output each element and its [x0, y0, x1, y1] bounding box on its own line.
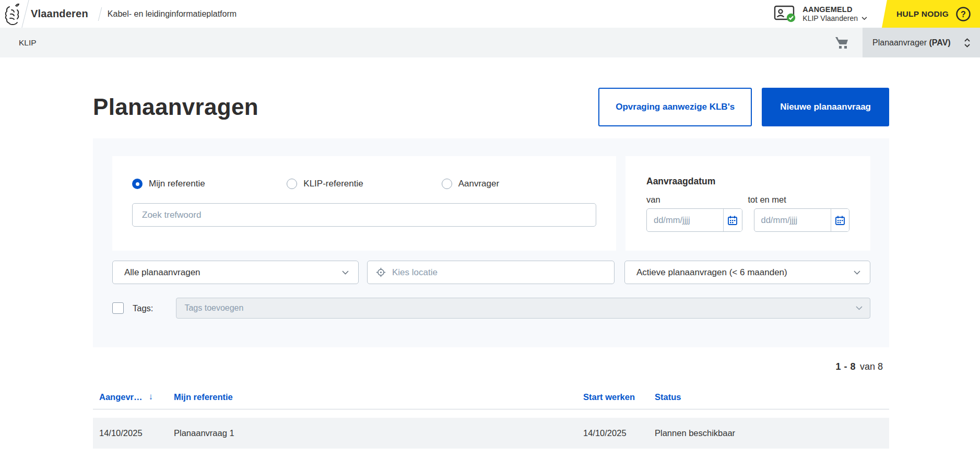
filter-dropdown-row: Alle planaanvragen Actieve planaanvragen…	[112, 261, 870, 284]
role-bold: (PAV)	[929, 38, 951, 47]
page-head: Planaanvragen Opvraging aanwezige KLB's …	[93, 88, 889, 126]
planaanvragen-table: Aangevr… ↓ Mijn referentie Start werken …	[93, 392, 889, 449]
filter-top-row: Mijn referentie KLIP-referentie Aanvrage…	[112, 156, 870, 251]
date-from-label: van	[646, 195, 748, 205]
search-type-radios: Mijn referentie KLIP-referentie Aanvrage…	[132, 179, 596, 189]
pagination-total: van 8	[860, 361, 883, 372]
search-input[interactable]	[132, 203, 596, 227]
date-filter-card: Aanvraagdatum van tot en met	[625, 156, 870, 251]
tags-filter-row: Tags:	[112, 298, 870, 319]
location-input[interactable]	[392, 267, 607, 278]
app-name: Kabel- en leidinginformatieplatform	[108, 9, 237, 19]
page-title: Planaanvragen	[93, 94, 258, 120]
table-row[interactable]: 14/10/2025 Planaanvraag 1 14/10/2025 Pla…	[93, 418, 889, 449]
cell-status: Plannen beschikbaar	[655, 428, 889, 438]
date-to-box	[754, 208, 850, 232]
role-selector[interactable]: Planaanvrager (PAV)	[863, 28, 980, 57]
sort-descending-icon: ↓	[149, 392, 154, 402]
chevron-down-icon	[856, 306, 863, 310]
radio-label: Mijn referentie	[149, 179, 205, 189]
pagination-range: 1 - 8	[835, 361, 856, 372]
chevron-down-icon	[861, 17, 867, 20]
help-button[interactable]: HULP NODIG ?	[882, 0, 980, 28]
column-label: Status	[655, 392, 681, 402]
role-prefix: Planaanvrager	[872, 38, 929, 47]
type-dropdown-value: Alle planaanvragen	[124, 267, 200, 278]
cell-aangevraagd: 14/10/2025	[99, 428, 174, 438]
vlaanderen-lion-icon	[3, 3, 21, 27]
radio-label: KLIP-referentie	[303, 179, 363, 189]
column-header-status[interactable]: Status	[655, 392, 889, 402]
cell-mijn-referentie: Planaanvraag 1	[174, 428, 583, 438]
auth-text: AANGEMELD KLIP Vlaanderen	[802, 5, 867, 24]
date-heading: Aanvraagdatum	[646, 176, 849, 187]
column-label: Aangevr…	[99, 392, 143, 402]
cart-button[interactable]	[834, 28, 863, 57]
brand-name: Vlaanderen	[31, 8, 88, 20]
active-dropdown[interactable]: Actieve planaanvragen (< 6 maanden)	[624, 261, 870, 284]
brand-separator-2	[98, 7, 102, 21]
header-right: AANGEMELD KLIP Vlaanderen HULP NODIG ?	[774, 0, 980, 28]
column-header-mijn-referentie[interactable]: Mijn referentie	[174, 392, 583, 402]
radio-selected-dot	[132, 179, 143, 189]
date-from-calendar-button[interactable]	[723, 209, 741, 231]
column-label: Start werken	[583, 392, 635, 402]
chevron-down-icon	[854, 271, 860, 275]
top-header: Vlaanderen Kabel- en leidinginformatiepl…	[0, 0, 980, 28]
nieuwe-planaanvraag-button[interactable]: Nieuwe planaanvraag	[762, 88, 889, 126]
radio-dot	[287, 179, 297, 189]
auth-org-label: KLIP Vlaanderen	[802, 14, 858, 24]
location-target-icon	[376, 267, 386, 277]
cell-start-werken: 14/10/2025	[583, 428, 655, 438]
date-to-label: tot en met	[748, 195, 850, 205]
pagination: 1 - 8van 8	[93, 361, 889, 372]
active-dropdown-value: Actieve planaanvragen (< 6 maanden)	[636, 267, 787, 278]
table-header-divider	[93, 409, 889, 409]
date-to-input[interactable]	[754, 209, 831, 231]
location-filter	[367, 261, 615, 284]
subbar-right: Planaanvrager (PAV)	[834, 28, 980, 57]
opvraging-klbs-button[interactable]: Opvraging aanwezige KLB's	[598, 88, 752, 126]
id-card-icon	[774, 5, 797, 24]
radio-dot	[442, 179, 452, 189]
filter-panel: Mijn referentie KLIP-referentie Aanvrage…	[93, 138, 889, 347]
auth-menu[interactable]: AANGEMELD KLIP Vlaanderen	[774, 0, 867, 28]
sub-navbar: KLIP Planaanvrager (PAV)	[0, 28, 980, 57]
date-from-box	[646, 208, 742, 232]
calendar-icon	[727, 215, 738, 226]
search-card: Mijn referentie KLIP-referentie Aanvrage…	[112, 156, 616, 251]
brand-area: Vlaanderen Kabel- en leidinginformatiepl…	[0, 0, 237, 28]
radio-aanvrager[interactable]: Aanvrager	[442, 179, 596, 189]
brand-separator	[21, 0, 29, 28]
table-header-row: Aangevr… ↓ Mijn referentie Start werken …	[93, 392, 889, 409]
radio-klip-referentie[interactable]: KLIP-referentie	[287, 179, 441, 189]
main-content: Planaanvragen Opvraging aanwezige KLB's …	[93, 88, 889, 449]
auth-status: AANGEMELD	[802, 5, 867, 14]
date-labels: van tot en met	[646, 195, 849, 205]
date-to-calendar-button[interactable]	[831, 209, 849, 231]
auth-org: KLIP Vlaanderen	[802, 14, 867, 24]
question-circle-icon: ?	[955, 6, 971, 22]
column-label: Mijn referentie	[174, 392, 233, 402]
help-label: HULP NODIG	[896, 9, 949, 19]
page-actions: Opvraging aanwezige KLB's Nieuwe planaan…	[598, 88, 889, 126]
chevron-up-down-icon	[964, 38, 971, 48]
role-selector-value: Planaanvrager (PAV)	[872, 38, 951, 48]
column-header-start-werken[interactable]: Start werken	[583, 392, 655, 402]
calendar-icon	[835, 215, 845, 226]
svg-text:?: ?	[961, 10, 966, 19]
type-dropdown[interactable]: Alle planaanvragen	[112, 261, 359, 284]
cart-icon	[834, 36, 850, 50]
date-inputs-row	[646, 208, 849, 232]
column-header-aangevraagd[interactable]: Aangevr… ↓	[99, 392, 174, 402]
tags-input[interactable]	[176, 298, 870, 319]
chevron-down-icon	[342, 271, 349, 275]
tags-label: Tags:	[133, 303, 153, 313]
radio-label: Aanvrager	[458, 179, 499, 189]
radio-mijn-referentie[interactable]: Mijn referentie	[132, 179, 287, 189]
tags-checkbox[interactable]	[112, 302, 124, 314]
module-label: KLIP	[0, 38, 37, 48]
tags-input-box	[176, 298, 870, 319]
date-from-input[interactable]	[647, 209, 723, 231]
